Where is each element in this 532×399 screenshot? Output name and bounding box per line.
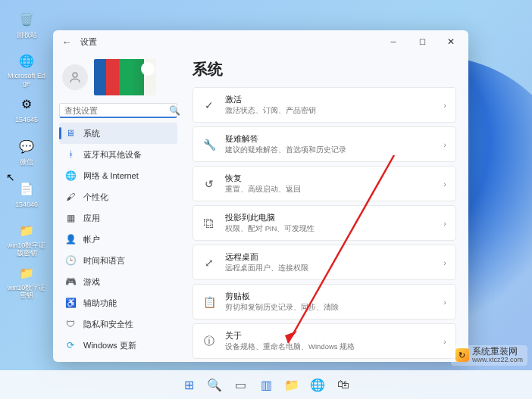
nav-update[interactable]: ⟳Windows 更新 bbox=[59, 335, 177, 356]
desktop-icon-file-154645[interactable]: ⚙154645 bbox=[6, 91, 47, 130]
nav-gaming[interactable]: 🎮游戏 bbox=[59, 271, 177, 292]
watermark-icon: ↻ bbox=[455, 348, 469, 362]
nav-label: 蓝牙和其他设备 bbox=[83, 149, 142, 161]
minimize-button[interactable]: ─ bbox=[379, 31, 408, 52]
nav-personalization[interactable]: 🖌个性化 bbox=[59, 186, 177, 207]
card-title: 投影到此电脑 bbox=[225, 212, 434, 223]
card-subtitle: 远程桌面用户、连接权限 bbox=[225, 263, 434, 273]
nav-label: 系统 bbox=[83, 128, 100, 139]
taskbar-search[interactable]: 🔍 bbox=[203, 373, 226, 396]
taskbar-widgets[interactable]: ▥ bbox=[255, 373, 277, 396]
watermark: ↻ 系统重装网 www.xtcz22.com bbox=[451, 345, 527, 366]
nav-label: 个性化 bbox=[83, 192, 108, 203]
profile-area[interactable] bbox=[59, 58, 177, 97]
time-icon: 🕒 bbox=[65, 255, 76, 266]
desktop-icon-label: Microsoft Edge bbox=[6, 73, 47, 88]
card-subtitle: 重置、高级启动、返回 bbox=[225, 185, 434, 195]
taskbar-start[interactable]: ⊞ bbox=[177, 373, 200, 396]
update-icon: ⟳ bbox=[65, 340, 76, 351]
svg-point-0 bbox=[73, 73, 77, 77]
gaming-icon: 🎮 bbox=[65, 276, 76, 287]
card-about[interactable]: ⓘ关于设备规格、重命名电脑、Windows 规格› bbox=[192, 323, 456, 359]
search-icon: 🔍 bbox=[169, 105, 180, 116]
nav-label: Windows 更新 bbox=[83, 340, 136, 351]
card-remote[interactable]: ⤢远程桌面远程桌面用户、连接权限› bbox=[192, 245, 456, 280]
recovery-icon: ↺ bbox=[202, 177, 216, 191]
card-title: 关于 bbox=[225, 330, 434, 341]
close-button[interactable]: ✕ bbox=[437, 31, 465, 52]
search-box[interactable]: 🔍 bbox=[59, 103, 177, 118]
watermark-url: www.xtcz22.com bbox=[472, 357, 523, 364]
chevron-right-icon: › bbox=[443, 337, 446, 346]
card-subtitle: 设备规格、重命名电脑、Windows 规格 bbox=[225, 342, 434, 352]
taskbar-store[interactable]: 🛍 bbox=[332, 373, 355, 396]
back-button[interactable]: ← bbox=[56, 31, 77, 52]
card-title: 激活 bbox=[225, 94, 434, 105]
window-title: 设置 bbox=[80, 36, 97, 48]
sidebar: 🔍 🖥系统ᚼ蓝牙和其他设备🌐网络 & Internet🖌个性化▦应用👤帐户🕒时间… bbox=[53, 53, 183, 362]
file-154645-icon: ⚙ bbox=[15, 92, 38, 115]
nav-privacy[interactable]: 🛡隐私和安全性 bbox=[59, 313, 177, 335]
card-recovery[interactable]: ↺恢复重置、高级启动、返回› bbox=[192, 166, 456, 201]
system-icon: 🖥 bbox=[65, 128, 76, 139]
nav-bluetooth[interactable]: ᚼ蓝牙和其他设备 bbox=[59, 144, 177, 165]
folder-win10a-icon: 📁 bbox=[15, 220, 38, 241]
maximize-button[interactable]: ☐ bbox=[408, 31, 437, 52]
taskbar-edge[interactable]: 🌐 bbox=[306, 373, 329, 396]
card-title: 远程桌面 bbox=[225, 251, 434, 263]
chevron-right-icon: › bbox=[443, 140, 446, 149]
activation-icon: ✓ bbox=[202, 98, 216, 112]
card-subtitle: 建议的疑难解答、首选项和历史记录 bbox=[225, 145, 434, 155]
clipboard-icon: 📋 bbox=[202, 295, 216, 309]
desktop-icon-recycle-bin[interactable]: 🗑️回收站 bbox=[6, 6, 47, 45]
titlebar: ← 设置 ─ ☐ ✕ bbox=[53, 30, 468, 53]
desktop-icon-label: win10数字证版密钥 bbox=[6, 242, 47, 257]
taskbar-explorer[interactable]: 📁 bbox=[280, 373, 303, 396]
profile-picture bbox=[94, 59, 156, 95]
nav-system[interactable]: 🖥系统 bbox=[59, 123, 177, 144]
nav-label: 隐私和安全性 bbox=[83, 319, 133, 330]
card-clipboard[interactable]: 📋剪贴板剪切和复制历史记录、同步、清除› bbox=[192, 284, 456, 320]
nav-list: 🖥系统ᚼ蓝牙和其他设备🌐网络 & Internet🖌个性化▦应用👤帐户🕒时间和语… bbox=[59, 123, 177, 356]
main-panel: 系统 ✓激活激活状态、订阅、产品密钥›🔧疑难解答建议的疑难解答、首选项和历史记录… bbox=[183, 53, 468, 362]
accounts-icon: 👤 bbox=[65, 234, 76, 245]
apps-icon: ▦ bbox=[65, 213, 76, 223]
network-icon: 🌐 bbox=[65, 170, 76, 181]
projecting-icon: ⿻ bbox=[202, 217, 216, 230]
settings-window: ← 设置 ─ ☐ ✕ 🔍 🖥系统ᚼ蓝牙和其他设备🌐网络 & Internet🖌个… bbox=[53, 30, 468, 362]
bluetooth-icon: ᚼ bbox=[65, 149, 76, 160]
card-title: 恢复 bbox=[225, 173, 434, 184]
taskbar[interactable]: ⊞🔍▭▥📁🌐🛍 bbox=[0, 370, 532, 399]
edge-icon: 🌐 bbox=[15, 50, 38, 71]
taskbar-taskview[interactable]: ▭ bbox=[229, 373, 252, 396]
remote-icon: ⤢ bbox=[202, 256, 216, 270]
search-input[interactable] bbox=[64, 106, 169, 115]
desktop-icon-wechat[interactable]: 💬微信 bbox=[6, 133, 47, 173]
accessibility-icon: ♿ bbox=[65, 298, 76, 308]
desktop-icon-label: 微信 bbox=[20, 159, 33, 167]
card-subtitle: 剪切和复制历史记录、同步、清除 bbox=[225, 303, 434, 313]
desktop-icon-label: win10数字证密钥 bbox=[6, 285, 47, 300]
desktop-icon-folder-win10b[interactable]: 📁win10数字证密钥 bbox=[6, 260, 47, 300]
personalization-icon: 🖌 bbox=[65, 192, 76, 202]
card-projecting[interactable]: ⿻投影到此电脑权限、配对 PIN、可发现性› bbox=[192, 205, 456, 241]
card-activation[interactable]: ✓激活激活状态、订阅、产品密钥› bbox=[192, 87, 456, 123]
desktop-icon-label: 154646 bbox=[15, 201, 38, 209]
page-title: 系统 bbox=[192, 59, 456, 79]
file-154646-icon: 📄 bbox=[15, 177, 38, 200]
nav-accounts[interactable]: 👤帐户 bbox=[59, 229, 177, 250]
nav-network[interactable]: 🌐网络 & Internet bbox=[59, 165, 177, 186]
desktop-icon-label: 154645 bbox=[15, 117, 38, 124]
nav-accessibility[interactable]: ♿辅助功能 bbox=[59, 292, 177, 313]
chevron-right-icon: › bbox=[443, 101, 446, 110]
nav-time[interactable]: 🕒时间和语言 bbox=[59, 250, 177, 271]
card-subtitle: 权限、配对 PIN、可发现性 bbox=[225, 224, 434, 234]
desktop-icon-folder-win10a[interactable]: 📁win10数字证版密钥 bbox=[6, 218, 47, 257]
nav-apps[interactable]: ▦应用 bbox=[59, 207, 177, 229]
card-title: 剪贴板 bbox=[225, 291, 434, 302]
desktop-icon-edge[interactable]: 🌐Microsoft Edge bbox=[6, 48, 47, 88]
card-title: 疑难解答 bbox=[225, 133, 434, 145]
chevron-right-icon: › bbox=[443, 179, 446, 189]
card-troubleshoot[interactable]: 🔧疑难解答建议的疑难解答、首选项和历史记录› bbox=[192, 126, 456, 162]
desktop-icons: 🗑️回收站🌐Microsoft Edge⚙154645💬微信📄154646📁wi… bbox=[6, 6, 47, 300]
